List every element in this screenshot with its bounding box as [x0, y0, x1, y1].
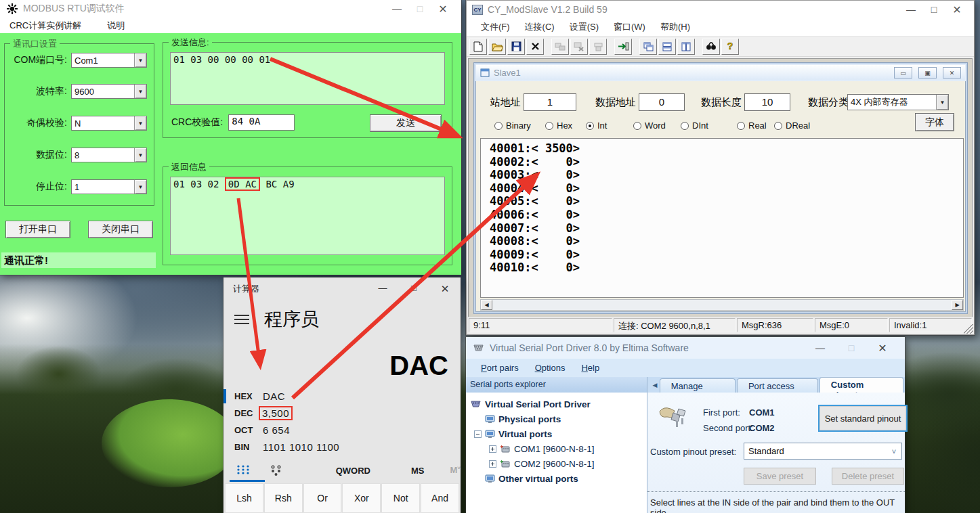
chevron-down-icon[interactable]: ▼ [134, 53, 146, 67]
menu-item[interactable]: 设置(S) [562, 21, 606, 33]
format-radio[interactable]: Word [633, 120, 666, 131]
bit-toggle-keypad[interactable] [262, 459, 291, 482]
calculator-key[interactable]: Not [381, 483, 420, 513]
calculator-key[interactable]: Xor [342, 483, 381, 513]
minimize-button[interactable]: — [805, 342, 836, 353]
base-row[interactable]: BIN 1101 1010 1100 [223, 439, 461, 455]
calculator-key[interactable]: Or [303, 483, 342, 513]
base-row[interactable]: OCT 6 654 [223, 422, 461, 439]
radio-circle-icon[interactable] [681, 122, 689, 130]
calculator-key[interactable]: And [421, 483, 459, 513]
base-row[interactable]: DEC 3,500 [223, 405, 461, 422]
chevron-down-icon[interactable]: ▼ [134, 180, 146, 194]
chevron-down-icon[interactable]: ▼ [134, 148, 146, 162]
tree-item-physical-ports[interactable]: Physical ports [470, 411, 647, 426]
chevron-down-icon[interactable]: ▼ [134, 116, 146, 130]
menu-item[interactable]: 说明 [107, 20, 125, 32]
menu-item[interactable]: 连接(C) [517, 21, 562, 33]
child-close-button[interactable]: ✕ [943, 67, 961, 79]
minimize-button[interactable]: — [899, 4, 922, 15]
register-row[interactable]: 40005:<0> [490, 195, 963, 208]
close-button[interactable]: ✕ [429, 283, 461, 295]
format-radio[interactable]: Int [586, 120, 607, 131]
field-combobox[interactable]: 1 ▼ [71, 179, 147, 194]
menu-item[interactable]: Options [528, 361, 572, 374]
tree-item-other-virtual-ports[interactable]: Other virtual ports [470, 471, 647, 486]
menu-item[interactable]: CRC计算实例讲解 [9, 20, 81, 32]
memory-store-button[interactable]: MS [411, 466, 425, 476]
word-size-toggle[interactable]: QWORD [336, 466, 370, 476]
register-row[interactable]: 40004:<0> [490, 182, 963, 196]
radio-circle-icon[interactable] [586, 122, 594, 130]
data-len-input[interactable]: 10 [744, 93, 790, 111]
register-row[interactable]: 40007:<0> [490, 222, 963, 236]
radio-circle-icon[interactable] [774, 122, 782, 130]
menu-item[interactable]: Port pairs [474, 361, 526, 374]
scroll-left-icon[interactable]: ◀ [481, 300, 492, 310]
format-radio[interactable]: Real [737, 120, 767, 131]
cascade-windows-button[interactable] [639, 39, 657, 55]
register-row[interactable]: 40009:<0> [490, 248, 963, 262]
tree-item-virtual-ports[interactable]: Virtual ports [470, 426, 647, 441]
data-category-combobox[interactable]: 4X 内部寄存器 ▼ [847, 94, 949, 110]
register-row[interactable]: 40010:<0> [490, 261, 963, 275]
find-button[interactable] [702, 39, 720, 55]
child-minimize-button[interactable]: ▭ [894, 67, 912, 79]
tree-item-root[interactable]: Virtual Serial Port Driver [470, 397, 647, 411]
save-button[interactable] [507, 39, 525, 55]
register-row[interactable]: 40001:<3500> [490, 142, 963, 156]
maximize-button[interactable]: □ [836, 342, 867, 353]
close-serial-button[interactable]: 关闭串口 [88, 221, 153, 238]
radio-circle-icon[interactable] [737, 122, 745, 130]
register-row[interactable]: 40008:<0> [490, 235, 963, 248]
calculator-key[interactable]: Lsh [225, 483, 263, 513]
child-restore-button[interactable]: ▣ [918, 67, 937, 79]
open-file-button[interactable] [488, 39, 506, 55]
connect-button[interactable] [614, 39, 632, 55]
tree-item-com2[interactable]: COM2 [9600-N-8-1] [470, 456, 647, 471]
format-radio[interactable]: Hex [545, 120, 572, 131]
field-combobox[interactable]: Com1 ▼ [71, 53, 147, 68]
radio-circle-icon[interactable] [633, 122, 641, 130]
field-combobox[interactable]: 8 ▼ [71, 148, 147, 162]
chevron-down-icon[interactable]: ▼ [936, 95, 948, 110]
close-button[interactable]: ✕ [945, 3, 968, 16]
crc-value-input[interactable]: 84 0A [228, 114, 295, 131]
calculator-key[interactable]: Rsh [264, 483, 303, 513]
chevron-down-icon[interactable]: ▼ [134, 85, 146, 98]
data-addr-input[interactable]: 0 [639, 93, 685, 111]
maximize-button[interactable]: □ [398, 283, 429, 295]
format-radio[interactable]: DInt [681, 120, 708, 131]
menu-item[interactable]: 帮助(H) [653, 21, 698, 33]
recv-data-textarea[interactable]: 01 03 02 0D AC BC A9 [170, 177, 445, 255]
register-row[interactable]: 40006:<0> [490, 208, 963, 222]
tile-horizontal-button[interactable] [658, 39, 676, 55]
menu-item[interactable]: 文件(F) [473, 21, 517, 33]
base-row[interactable]: HEX DAC [223, 388, 461, 405]
tile-vertical-button[interactable] [677, 39, 695, 55]
full-keypad-toggle[interactable] [229, 459, 258, 482]
delete-button[interactable] [526, 39, 544, 55]
expand-expander-icon[interactable] [489, 445, 496, 453]
resize-grip[interactable] [964, 324, 973, 334]
format-radio[interactable]: Binary [494, 120, 531, 131]
close-button[interactable]: ✕ [867, 342, 898, 355]
tree-item-com1[interactable]: COM1 [9600-N-8-1] [470, 441, 647, 456]
register-row[interactable]: 40002:<0> [490, 156, 963, 169]
minimize-button[interactable]: — [367, 283, 398, 295]
send-button[interactable]: 发送 [370, 114, 442, 132]
register-row[interactable]: 40003:<0> [490, 169, 963, 182]
tab-port-access-list[interactable]: Port access list [737, 378, 818, 393]
register-list[interactable]: 40001:<3500> 40002:<0> 40003:<0> 40004:<… [480, 138, 964, 298]
station-input[interactable]: 1 [524, 93, 576, 111]
menu-hamburger-icon[interactable] [234, 315, 249, 324]
tab-manage-ports[interactable]: Manage ports [660, 378, 736, 393]
radio-circle-icon[interactable] [545, 122, 553, 130]
chevron-down-icon[interactable]: ˅ [887, 447, 901, 455]
field-combobox[interactable]: 9600 ▼ [71, 84, 147, 99]
field-combobox[interactable]: N ▼ [71, 116, 147, 131]
font-button[interactable]: 字体 [915, 113, 954, 131]
maximize-button[interactable]: □ [408, 3, 431, 14]
scroll-right-icon[interactable]: ▶ [952, 300, 963, 310]
collapse-expander-icon[interactable] [474, 430, 482, 438]
